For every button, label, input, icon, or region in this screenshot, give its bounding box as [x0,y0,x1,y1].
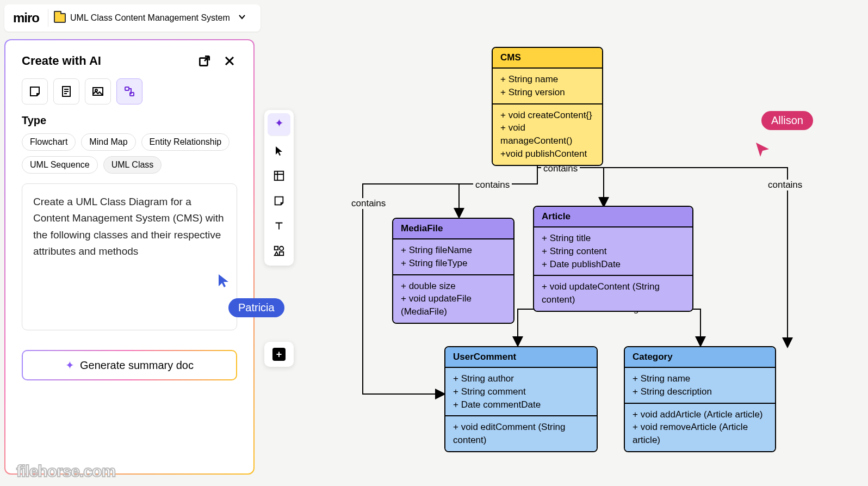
chip-uml-class[interactable]: UML Class [103,156,162,174]
uml-methods: + void addArticle (Article article) + vo… [625,404,775,451]
uml-method: + void createContent{} [500,109,594,122]
cursor-arrow-patricia [218,273,231,288]
uml-class-mediafile[interactable]: MediaFile + String fileName + String fil… [392,218,514,324]
uml-attrs: + String name + String description [625,368,775,404]
board-name: UML Class Content Management System [70,13,230,23]
plus-icon: + [272,348,286,361]
type-label: Type [22,114,237,127]
cursor-label-allison: Allison [761,111,813,130]
uml-class-usercomment[interactable]: UserComment + String author + String com… [444,346,598,452]
uml-attr: + String name [500,73,594,86]
uml-attrs: + String title + String content + Date p… [534,227,692,276]
uml-class-article[interactable]: Article + String title + String content … [533,206,693,312]
mode-diagram[interactable] [116,78,142,104]
mode-image[interactable] [85,78,111,104]
vertical-toolbar: ✦ [264,110,294,266]
chevron-down-icon [238,13,246,23]
uml-attr: + String comment [453,385,589,398]
uml-attrs: + String name + String version [493,69,602,104]
uml-method: + void removeArticle (Article article) [633,421,767,447]
generate-label: Generate summary doc [80,359,194,372]
svg-rect-6 [275,171,284,181]
uml-attrs: + String author + String comment + Date … [445,368,597,416]
uml-attr: + String author [453,372,589,385]
uml-attr: + Date publishDate [542,258,685,271]
uml-attr: + String fileType [401,257,506,270]
cursor-arrow-allison [755,142,770,158]
uml-methods: + double size + void updateFile (MediaFi… [393,275,513,323]
uml-method: + void updateContent (String content) [542,280,685,306]
uml-attr: + String description [633,385,767,398]
chip-mindmap[interactable]: Mind Map [81,133,135,151]
svg-rect-7 [275,247,278,250]
prompt-textarea[interactable]: Create a UML Class Diagram for a Content… [22,183,237,330]
svg-rect-9 [280,252,283,255]
sparkle-icon: ✦ [65,359,75,372]
uml-class-name: MediaFile [393,219,513,239]
uml-method: + double size [401,280,506,293]
miro-logo: miro [13,10,39,26]
ai-panel-title: Create with AI [22,54,101,68]
uml-method: + void updateFile (MediaFile) [401,292,506,318]
edge-label-contains: contains [766,180,804,190]
uml-methods: + void updateContent (String content) [534,276,692,311]
close-icon[interactable] [222,53,237,69]
chip-uml-sequence[interactable]: UML Sequence [22,156,98,174]
uml-method: + void manageContent() [500,121,594,147]
canvas[interactable]: contains contains contains contains has … [299,0,868,486]
popout-icon[interactable] [197,53,212,69]
tool-text[interactable] [268,214,290,237]
board-selector[interactable]: UML Class Content Management System [48,9,252,27]
watermark: filehorse.com [16,462,115,481]
folder-icon [54,13,66,23]
uml-attr: + String name [633,372,767,385]
uml-attr: + String title [542,232,685,245]
uml-method: +void publishContent [500,147,594,161]
uml-class-name: Article [534,207,692,227]
uml-attr: + String version [500,86,594,99]
edge-label-contains: contains [473,180,512,190]
chip-er[interactable]: Entity Relationship [141,133,230,151]
tool-frame[interactable] [268,164,290,187]
svg-point-8 [280,247,283,250]
ai-mode-row [22,78,237,104]
uml-attr: + Date commentDate [453,398,589,411]
chip-flowchart[interactable]: Flowchart [22,133,76,151]
uml-method: + void addArticle (Article article) [633,408,767,421]
ai-panel: Create with AI Type Flowchart Mind Map E… [4,39,255,475]
uml-attr: + String fileName [401,244,506,257]
uml-methods: + void createContent{} + void manageCont… [493,104,602,165]
top-bar: miro UML Class Content Management System [4,4,261,32]
uml-method: + void editComment (String content) [453,421,589,447]
generate-button[interactable]: ✦ Generate summary doc [22,350,237,380]
uml-methods: + void editComment (String content) [445,416,597,451]
uml-class-name: Category [625,347,775,368]
uml-attr: + String content [542,245,685,258]
mode-doc[interactable] [53,78,79,104]
uml-class-cms[interactable]: CMS + String name + String version + voi… [492,47,603,166]
cursor-label-patricia: Patricia [228,298,284,317]
type-chips: Flowchart Mind Map Entity Relationship U… [22,133,237,174]
uml-class-name: UserComment [445,347,597,368]
svg-rect-4 [125,87,129,90]
uml-attrs: + String fileName + String fileType [393,239,513,275]
uml-class-category[interactable]: Category + String name + String descript… [624,346,776,452]
tool-sticky[interactable] [268,189,290,212]
tool-shapes[interactable] [268,239,290,262]
mode-sticky[interactable] [22,78,48,104]
tool-ai[interactable]: ✦ [268,113,290,136]
edge-label-contains: contains [349,198,388,209]
tool-cursor[interactable] [268,139,290,162]
uml-class-name: CMS [493,48,602,69]
sparkle-icon: ✦ [275,116,284,130]
tool-add[interactable]: + [264,342,294,367]
